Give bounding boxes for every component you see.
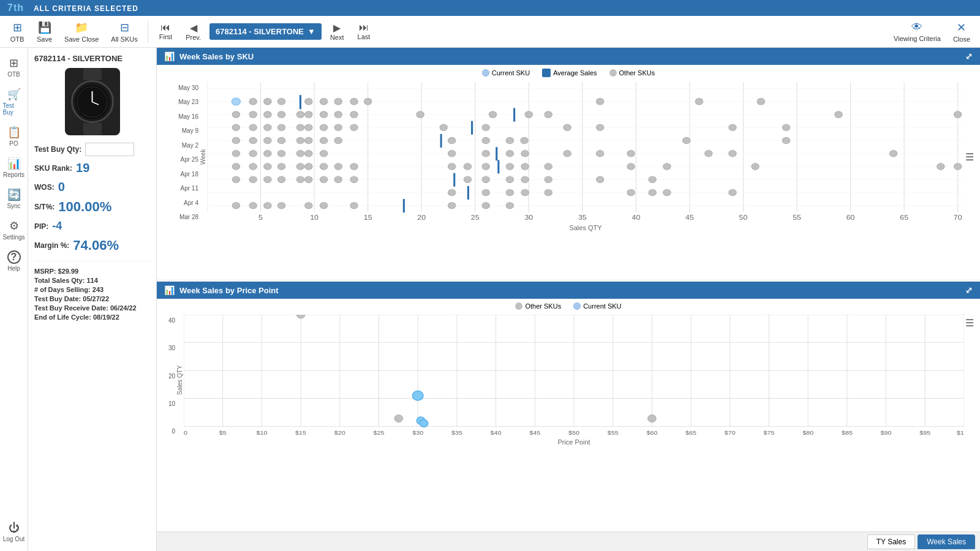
- chart1-title: Week Sales by SKU: [179, 52, 254, 61]
- svg-point-34: [320, 99, 327, 105]
- tab-ty-sales[interactable]: TY Sales: [867, 534, 915, 549]
- chart2-section: 📊 Week Sales by Price Point ⤢ Other SKUs…: [157, 282, 980, 531]
- svg-point-119: [506, 163, 513, 170]
- sidebar-item-sync[interactable]: 🔄 Sync: [1, 184, 28, 213]
- legend-avg-sales: Average Sales: [542, 69, 597, 77]
- svg-point-31: [264, 99, 271, 105]
- svg-point-49: [334, 111, 342, 118]
- save-close-label: Save Close: [64, 36, 99, 43]
- chart2-svg: $0 $5 $10 $15 $20 $25 $30 $35 $40 $45 $5…: [184, 315, 964, 437]
- svg-point-121: [545, 163, 552, 170]
- svg-point-36: [350, 99, 358, 105]
- last-label: Last: [358, 33, 371, 40]
- chart2-expand-icon[interactable]: ⤢: [965, 285, 973, 295]
- svg-point-82: [448, 137, 455, 144]
- help-sidebar-label: Help: [7, 265, 20, 272]
- svg-point-153: [729, 189, 736, 196]
- chart1-menu-icon[interactable]: ☰: [964, 82, 975, 231]
- help-sidebar-icon: ?: [7, 250, 21, 264]
- prev-icon: ◀: [190, 22, 197, 34]
- test-buy-qty-label: Test Buy Qty:: [34, 145, 81, 154]
- svg-text:$85: $85: [842, 429, 853, 435]
- svg-point-60: [264, 124, 271, 131]
- sidebar-item-po[interactable]: 📋 PO: [1, 122, 28, 151]
- svg-point-162: [448, 202, 455, 209]
- sidebar-item-reports[interactable]: 📊 Reports: [1, 153, 28, 182]
- svg-point-30: [249, 99, 257, 105]
- svg-point-53: [525, 111, 532, 118]
- test-buy-qty-input[interactable]: [85, 143, 134, 156]
- otb-label: OTB: [10, 36, 24, 43]
- chart1-inner: May 30 May 23 May 16 May 9 May 2 Apr 25 …: [162, 82, 975, 231]
- svg-point-99: [521, 150, 529, 157]
- chart2-icon: 📊: [164, 285, 175, 295]
- tab-week-sales[interactable]: Week Sales: [918, 534, 975, 549]
- chart1-legend: Current SKU Average Sales Other SKUs: [162, 69, 975, 77]
- sidebar-item-testbuy[interactable]: 🛒 Test Buy: [1, 84, 28, 119]
- svg-point-160: [320, 202, 327, 209]
- svg-point-210: [420, 419, 428, 427]
- svg-text:$10: $10: [256, 429, 267, 435]
- save-button[interactable]: 💾 Save: [32, 18, 57, 45]
- viewing-criteria-icon: 👁: [911, 21, 922, 34]
- svg-point-138: [482, 176, 489, 183]
- end-of-life-label: End of Life Cycle:: [34, 313, 91, 321]
- svg-point-157: [264, 202, 271, 209]
- otb-button[interactable]: ⊞ OTB: [5, 18, 29, 45]
- svg-point-94: [305, 150, 312, 157]
- svg-point-81: [334, 137, 342, 144]
- first-button[interactable]: ⏮ First: [153, 20, 178, 43]
- svg-point-47: [305, 111, 312, 118]
- total-sales-label: Total Sales Qty:: [34, 277, 85, 284]
- next-button[interactable]: ▶ Next: [324, 20, 350, 43]
- test-buy-date-value: 05/27/22: [83, 295, 109, 302]
- legend-dot-other: [609, 69, 617, 77]
- svg-point-114: [334, 163, 342, 170]
- svg-point-109: [264, 163, 271, 170]
- legend2-other-label: Other SKUs: [525, 302, 561, 310]
- sidebar-item-logout[interactable]: ⏻ Log Out: [1, 518, 28, 546]
- svg-text:25: 25: [471, 214, 480, 220]
- nav-group: ⏮ First ◀ Prev.: [153, 20, 207, 43]
- legend2-other-skus: Other SKUs: [515, 302, 561, 310]
- watch-face: [71, 80, 114, 123]
- last-button[interactable]: ⏭ Last: [352, 20, 377, 43]
- svg-text:40: 40: [632, 214, 641, 220]
- chart2-title: Week Sales by Price Point: [179, 286, 279, 295]
- svg-text:$75: $75: [764, 429, 775, 435]
- all-skus-button[interactable]: ⊟ All SKUs: [106, 18, 142, 45]
- svg-point-51: [417, 111, 424, 118]
- product-sku-title: 6782114 - SILVERTONE: [34, 54, 150, 63]
- sidebar: ⊞ OTB 🛒 Test Buy 📋 PO 📊 Reports 🔄 Sync ⚙…: [0, 48, 28, 551]
- sidebar-item-settings[interactable]: ⚙ Settings: [1, 216, 28, 244]
- svg-point-70: [597, 124, 604, 131]
- sidebar-item-help[interactable]: ? Help: [1, 247, 28, 276]
- close-button[interactable]: ✕ Close: [948, 18, 975, 45]
- svg-text:$60: $60: [646, 429, 657, 435]
- legend2-dot-other: [515, 302, 522, 310]
- svg-point-117: [464, 163, 471, 170]
- svg-point-149: [545, 189, 552, 196]
- sync-sidebar-icon: 🔄: [7, 188, 21, 201]
- legend-current-sku: Current SKU: [482, 69, 530, 77]
- main-area: ⊞ OTB 🛒 Test Buy 📋 PO 📊 Reports 🔄 Sync ⚙…: [0, 48, 980, 551]
- sku-selector[interactable]: 6782114 - SILVERTONE ▼: [209, 23, 322, 40]
- chart1-expand-icon[interactable]: ⤢: [965, 51, 973, 61]
- save-close-button[interactable]: 📁 Save Close: [59, 18, 104, 45]
- viewing-criteria-button[interactable]: 👁 Viewing Criteria: [889, 18, 946, 45]
- svg-point-152: [663, 189, 671, 196]
- next-label: Next: [330, 34, 344, 41]
- svg-point-137: [464, 176, 471, 183]
- chart2-menu-icon[interactable]: ☰: [964, 315, 975, 446]
- days-selling-label: # of Days Selling:: [34, 286, 91, 293]
- svg-point-93: [296, 150, 304, 157]
- margin-label: Margin %:: [34, 241, 69, 250]
- chart1-header-left: 📊 Week Sales by SKU: [164, 51, 254, 61]
- chart1-hamburger[interactable]: ☰: [965, 151, 974, 163]
- chart2-hamburger[interactable]: ☰: [965, 317, 974, 329]
- prev-button[interactable]: ◀ Prev.: [179, 20, 207, 43]
- sidebar-item-otb[interactable]: ⊞ OTB: [1, 53, 28, 81]
- svg-text:65: 65: [900, 214, 908, 220]
- svg-point-96: [448, 150, 455, 157]
- svg-point-155: [232, 202, 239, 209]
